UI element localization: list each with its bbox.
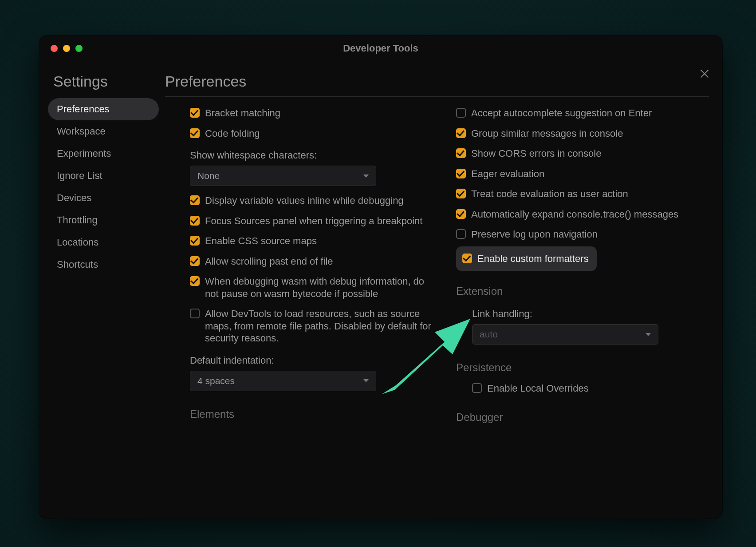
elements-heading: Elements — [190, 396, 443, 425]
sidebar-item-shortcuts[interactable]: Shortcuts — [48, 254, 159, 276]
checkbox-trace[interactable] — [456, 209, 466, 219]
setting-label-preserve: Preserve log upon navigation — [471, 228, 598, 241]
checkbox-enter[interactable] — [456, 108, 466, 118]
checkbox-folding[interactable] — [190, 128, 200, 138]
devtools-window: Developer Tools Settings PreferencesWork… — [39, 36, 722, 519]
link-handling-label: Link handling: — [472, 302, 709, 324]
setting-preserve: Preserve log upon navigation — [456, 224, 709, 245]
setting-trace: Automatically expand console.trace() mes… — [456, 204, 709, 225]
setting-scrollpast: Allow scrolling past end of file — [190, 251, 443, 272]
indent-value: 4 spaces — [197, 376, 235, 386]
setting-label-scrollpast: Allow scrolling past end of file — [205, 255, 333, 268]
whitespace-value: None — [197, 170, 220, 181]
whitespace-label: Show whitespace characters: — [190, 143, 443, 166]
setting-label-wasm: When debugging wasm with debug informati… — [205, 275, 436, 300]
traffic-lights — [39, 45, 83, 52]
preferences-columns: Bracket matchingCode folding Show whites… — [165, 99, 709, 519]
checkbox-preserve[interactable] — [456, 229, 466, 239]
setting-label-localov: Enable Local Overrides — [487, 382, 589, 395]
window-title: Developer Tools — [39, 43, 722, 54]
setting-inline: Display variable values inline while deb… — [190, 190, 443, 211]
setting-label-folding: Code folding — [205, 127, 260, 140]
sidebar-item-preferences[interactable]: Preferences — [48, 98, 159, 120]
setting-enter: Accept autocomplete suggestion on Enter — [456, 103, 709, 123]
checkbox-focus[interactable] — [190, 216, 200, 226]
setting-label-cssmap: Enable CSS source maps — [205, 235, 317, 247]
setting-label-custfmt: Enable custom formatters — [477, 253, 589, 265]
setting-label-bracket: Bracket matching — [205, 107, 280, 119]
setting-focus: Focus Sources panel when triggering a br… — [190, 211, 443, 231]
traffic-close-icon[interactable] — [51, 45, 58, 52]
checkbox-remote[interactable] — [190, 309, 200, 318]
preferences-left-column: Bracket matchingCode folding Show whites… — [165, 99, 443, 519]
checkbox-inline[interactable] — [190, 195, 200, 205]
checkbox-wasm[interactable] — [190, 276, 200, 286]
setting-label-useract: Treat code evaluation as user action — [471, 188, 628, 200]
setting-label-remote: Allow DevTools to load resources, such a… — [205, 308, 436, 345]
setting-label-group: Group similar messages in console — [471, 127, 623, 140]
traffic-minimize-icon[interactable] — [63, 45, 70, 52]
preferences-right-column: Accept autocomplete suggestion on EnterG… — [456, 99, 709, 519]
chevron-down-icon — [363, 379, 369, 382]
checkbox-custfmt[interactable] — [462, 254, 472, 263]
setting-label-eager: Eager evaluation — [471, 168, 544, 180]
checkbox-localov[interactable] — [472, 383, 482, 393]
sidebar-item-workspace[interactable]: Workspace — [48, 120, 159, 143]
chevron-down-icon — [646, 333, 651, 336]
persistence-heading: Persistence — [456, 349, 709, 378]
whitespace-select[interactable]: None — [190, 166, 376, 186]
checkbox-cors[interactable] — [456, 148, 466, 158]
chevron-down-icon — [363, 174, 369, 178]
settings-sidebar: Settings PreferencesWorkspaceExperiments… — [39, 61, 163, 519]
link-handling-value: auto — [480, 329, 498, 340]
traffic-zoom-icon[interactable] — [75, 45, 83, 52]
extension-heading: Extension — [456, 273, 709, 302]
content-title: Preferences — [165, 73, 709, 97]
setting-eager: Eager evaluation — [456, 164, 709, 184]
setting-label-enter: Accept autocomplete suggestion on Enter — [471, 107, 652, 119]
setting-label-trace: Automatically expand console.trace() mes… — [471, 208, 678, 221]
window-body: Settings PreferencesWorkspaceExperiments… — [39, 61, 722, 519]
link-handling-select[interactable]: auto — [472, 324, 658, 345]
checkbox-useract[interactable] — [456, 189, 466, 198]
sidebar-item-throttling[interactable]: Throttling — [48, 209, 159, 231]
sidebar-title: Settings — [48, 73, 159, 98]
setting-remote: Allow DevTools to load resources, such a… — [190, 304, 443, 349]
window-title-bar: Developer Tools — [39, 36, 722, 61]
checkbox-eager[interactable] — [456, 169, 466, 178]
setting-useract: Treat code evaluation as user action — [456, 184, 709, 204]
setting-folding: Code folding — [190, 123, 443, 144]
preferences-panel: Preferences Bracket matchingCode folding… — [163, 61, 722, 519]
sidebar-item-devices[interactable]: Devices — [48, 187, 159, 209]
setting-cssmap: Enable CSS source maps — [190, 231, 443, 251]
setting-label-cors: Show CORS errors in console — [471, 147, 601, 160]
setting-cors: Show CORS errors in console — [456, 143, 709, 164]
sidebar-item-locations[interactable]: Locations — [48, 231, 159, 254]
checkbox-bracket[interactable] — [190, 108, 200, 118]
indent-select[interactable]: 4 spaces — [190, 371, 376, 391]
setting-label-inline: Display variable values inline while deb… — [205, 194, 404, 207]
setting-bracket: Bracket matching — [190, 103, 443, 123]
setting-label-focus: Focus Sources panel when triggering a br… — [205, 215, 422, 227]
checkbox-group[interactable] — [456, 128, 466, 138]
setting-custfmt: Enable custom formatters — [456, 246, 597, 271]
debugger-heading: Debugger — [456, 399, 709, 428]
sidebar-item-experiments[interactable]: Experiments — [48, 143, 159, 165]
setting-wasm: When debugging wasm with debug informati… — [190, 271, 443, 304]
checkbox-cssmap[interactable] — [190, 236, 200, 246]
sidebar-item-ignore-list[interactable]: Ignore List — [48, 165, 159, 187]
checkbox-scrollpast[interactable] — [190, 256, 200, 266]
indent-label: Default indentation: — [190, 349, 443, 371]
setting-group: Group similar messages in console — [456, 123, 709, 144]
close-icon[interactable] — [699, 68, 710, 79]
setting-localov: Enable Local Overrides — [472, 378, 709, 399]
